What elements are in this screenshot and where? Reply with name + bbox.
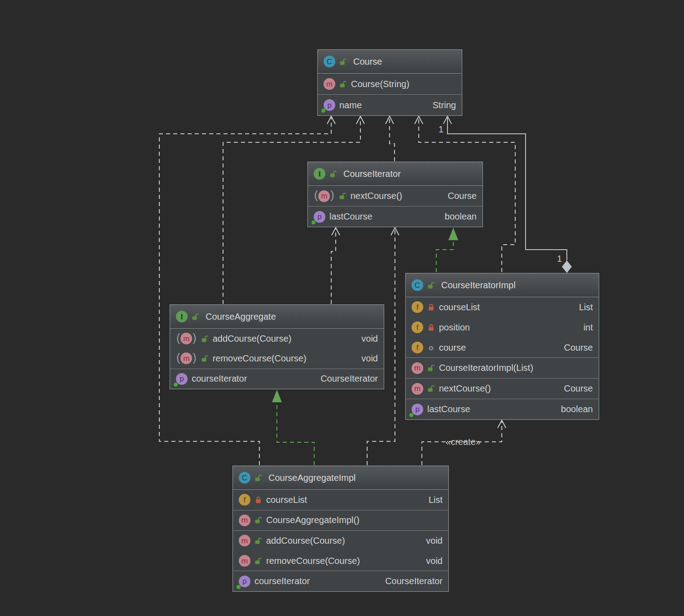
abstract-method-icon: m: [180, 333, 192, 344]
member-name: lastCourse: [427, 404, 470, 414]
member-row-nextcourse-method[interactable]: m nextCourse() Course: [406, 378, 599, 399]
interface-node-courseaggregate[interactable]: I CourseAggregate (m) addCourse(Course) …: [170, 304, 384, 389]
interface-title: CourseIterator: [343, 169, 401, 179]
closed-lock-icon: [427, 324, 435, 331]
open-lock-icon: [254, 557, 262, 565]
member-name: name: [339, 100, 362, 110]
open-lock-icon: [339, 192, 346, 200]
class-node-courseiteratorimpl[interactable]: C CourseIteratorImpl f courseList List f…: [405, 273, 599, 420]
interface-header-courseiterator: I CourseIterator: [308, 162, 482, 186]
abstract-paren-icon: (: [314, 189, 318, 201]
member-name: addCourse(Course): [213, 334, 292, 344]
member-name: Course(String): [351, 79, 409, 89]
edge-courseiteratorimpl-implements-courseiterator: [436, 240, 453, 272]
class-header-courseiteratorimpl: C CourseIteratorImpl: [406, 273, 599, 297]
member-row-courselist-field[interactable]: f courseList List: [406, 297, 599, 317]
member-name: course: [439, 343, 466, 353]
member-row-course-constructor[interactable]: m Course(String): [318, 74, 462, 94]
green-dot-icon: [174, 383, 178, 387]
member-type: Course: [564, 343, 593, 353]
edge-label: 1: [557, 254, 562, 264]
abstract-paren-icon: ): [193, 352, 196, 363]
green-dot-icon: [409, 413, 413, 417]
method-icon: m: [412, 362, 423, 374]
method-icon: m: [239, 515, 250, 526]
closed-lock-icon: [427, 304, 435, 311]
member-type: Course: [448, 191, 477, 201]
green-dot-icon: [237, 585, 241, 589]
abstract-paren-icon: (: [176, 352, 180, 363]
member-type: Course: [564, 383, 593, 394]
class-icon: C: [239, 472, 250, 484]
member-row-lastcourse-property[interactable]: p lastCourse boolean: [406, 399, 599, 419]
open-lock-icon: [427, 385, 435, 392]
property-icon: p: [412, 404, 423, 415]
member-row-lastcourse[interactable]: p lastCourse boolean: [308, 206, 482, 227]
abstract-paren-icon: ): [193, 332, 196, 343]
member-row-nextcourse[interactable]: (m) nextCourse() Course: [308, 186, 482, 206]
member-row-removecourse[interactable]: (m) removeCourse(Course) void: [170, 348, 384, 368]
edge-courseaggregateimpl-implements-courseaggregate: [277, 402, 314, 465]
green-dot-icon: [311, 220, 316, 224]
member-type: List: [579, 302, 593, 312]
member-name: lastCourse: [329, 211, 373, 222]
open-lock-icon: [339, 80, 347, 88]
member-name: position: [439, 322, 470, 333]
member-row-courseiteratorimpl-constructor[interactable]: m CourseIteratorImpl(List): [406, 357, 599, 378]
class-header-course: C Course: [318, 50, 462, 74]
method-icon: m: [324, 78, 335, 90]
edge-label: 1: [438, 124, 443, 134]
method-icon: m: [239, 535, 250, 546]
property-icon: p: [239, 576, 250, 587]
realization-triangle-icon: [448, 228, 458, 240]
member-name: addCourse(Course): [266, 536, 345, 546]
member-name: removeCourse(Course): [266, 556, 360, 566]
member-type: void: [426, 556, 443, 566]
field-icon: f: [412, 342, 423, 353]
field-icon: f: [412, 301, 423, 313]
closed-lock-icon: [254, 496, 262, 504]
member-type: boolean: [445, 211, 477, 222]
member-type: String: [433, 100, 456, 110]
open-lock-icon: [254, 537, 262, 545]
property-icon: p: [314, 211, 325, 223]
member-row-addcourse[interactable]: (m) addCourse(Course) void: [170, 329, 384, 348]
edge-courseaggregate-uses-courseiterator: [331, 229, 336, 304]
member-row-courseiterator-property[interactable]: p courseIterator CourseIterator: [233, 571, 448, 591]
member-type: int: [583, 322, 593, 333]
class-node-courseaggregateimpl[interactable]: C CourseAggregateImpl f courseList List …: [232, 466, 449, 592]
interface-node-courseiterator[interactable]: I CourseIterator (m) nextCourse() Course…: [307, 162, 483, 227]
member-row-removecourse-method[interactable]: m removeCourse(Course) void: [233, 551, 448, 571]
class-node-course[interactable]: C Course m Course(String) p name String: [317, 49, 462, 116]
member-row-courseaggregateimpl-constructor[interactable]: m CourseAggregateImpl(): [233, 510, 448, 531]
member-name: CourseAggregateImpl(): [266, 515, 360, 525]
interface-icon: I: [176, 311, 188, 322]
member-row-addcourse-method[interactable]: m addCourse(Course) void: [233, 530, 448, 551]
class-icon: C: [412, 279, 423, 291]
member-row-courseiterator-property[interactable]: p courseIterator CourseIterator: [170, 369, 384, 389]
abstract-method-icon: m: [180, 352, 192, 364]
field-icon: f: [239, 494, 250, 506]
member-row-courselist-field[interactable]: f courseList List: [233, 490, 448, 510]
member-name: courseIterator: [254, 576, 310, 586]
member-type: CourseIterator: [385, 576, 443, 586]
open-lock-icon: [427, 364, 435, 372]
class-title: Course: [353, 57, 382, 67]
uml-diagram-canvas: 11«create» C Course m Course(String) p n…: [0, 0, 684, 616]
member-name: nextCourse(): [351, 191, 403, 201]
member-type: CourseIterator: [320, 374, 378, 384]
edge-courseaggregateimpl-uses-course: [159, 117, 331, 465]
property-icon: p: [324, 99, 335, 111]
method-icon: m: [239, 555, 250, 567]
member-row-course-field[interactable]: f course Course: [406, 338, 599, 358]
member-name: removeCourse(Course): [213, 353, 307, 364]
open-lock-icon: [329, 170, 337, 178]
member-type: void: [361, 334, 378, 344]
interface-icon: I: [314, 168, 325, 180]
aggregation-diamond-icon: [562, 260, 572, 273]
open-lock-icon: [254, 474, 262, 482]
open-lock-icon: [201, 335, 209, 343]
member-row-name-property[interactable]: p name String: [318, 94, 462, 115]
member-type: void: [426, 536, 443, 546]
member-row-position-field[interactable]: f position int: [406, 317, 599, 338]
